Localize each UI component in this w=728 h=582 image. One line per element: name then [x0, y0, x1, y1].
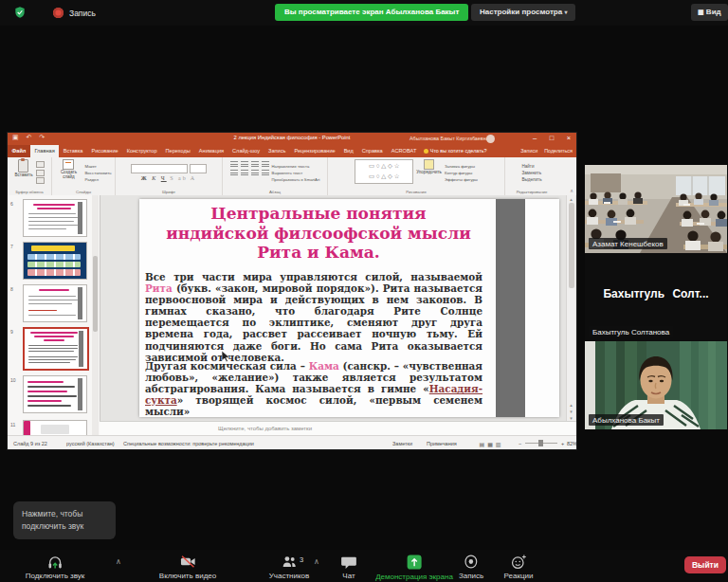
record-button[interactable]: Запись [459, 554, 483, 580]
slide-sorter-icon[interactable]: ▦ [487, 441, 493, 447]
next-slide-icon[interactable]: ▾ [567, 409, 575, 414]
slide-thumbnail-7[interactable] [23, 242, 87, 280]
thumb-number: 6 [10, 201, 13, 207]
replace-button[interactable]: Заменить [521, 171, 541, 175]
view-settings-button[interactable]: Настройки просмотра ▾ [471, 4, 575, 21]
scroll-up-icon[interactable]: ▴ [567, 195, 575, 202]
align-right-icon[interactable] [251, 170, 259, 175]
accessibility-status[interactable]: Специальные возможности: проверьте реком… [123, 441, 254, 446]
font-format-buttons[interactable]: Ж К Ч S ab A [141, 175, 196, 181]
format-painter-icon[interactable] [36, 177, 45, 184]
chat-icon [340, 554, 357, 570]
collapse-ribbon-icon[interactable]: ∧ [570, 188, 573, 193]
notes-pane[interactable]: Щелкните, чтобы добавить заметки [100, 421, 576, 436]
tab-home[interactable]: Главная [30, 145, 59, 157]
zoom-in-icon[interactable]: + [561, 441, 564, 446]
chat-button[interactable]: Чат [340, 554, 357, 580]
tab-insert[interactable]: Вставка [59, 145, 87, 157]
clipboard-mini-buttons[interactable] [36, 159, 45, 186]
copy-icon[interactable] [36, 170, 45, 176]
tab-slideshow[interactable]: Слайд-шоу [228, 145, 264, 157]
tab-file[interactable]: Файл [8, 145, 30, 157]
participant-tile-azamat[interactable]: Азамат Кенешбеков [585, 165, 727, 253]
slide-title[interactable]: Центральные понятия индийской филсоофско… [149, 204, 488, 263]
numbering-icon[interactable] [241, 161, 248, 167]
slide-thumbnail-8[interactable] [23, 284, 87, 322]
tab-animations[interactable]: Анимация [194, 145, 228, 157]
layout-button[interactable]: Макет [84, 164, 111, 169]
reading-view-icon[interactable]: ▥ [496, 441, 501, 447]
minimize-button[interactable]: – [527, 134, 542, 142]
tab-help[interactable]: Справка [357, 145, 387, 157]
comments-toggle[interactable]: Примечания [427, 441, 457, 446]
slide-thumbnail-6[interactable] [23, 199, 87, 237]
tab-review[interactable]: Рецензирование [290, 145, 339, 157]
view-layout-button[interactable]: ▦ Вид [691, 4, 728, 21]
shape-outline-button[interactable]: Контур фигуры [445, 171, 478, 175]
line-spacing-icon[interactable] [262, 161, 269, 167]
tab-record[interactable]: Запись [264, 145, 290, 157]
new-slide-button[interactable]: Создать слайд [55, 159, 82, 186]
align-left-icon[interactable] [230, 170, 238, 175]
indent-icon[interactable] [251, 161, 259, 167]
zoom-level[interactable]: 82% [567, 441, 576, 446]
align-text-button[interactable]: Выровнять текст [272, 171, 320, 175]
thumbnail-scrollbar[interactable] [92, 195, 99, 435]
start-video-button[interactable]: Включить видео [159, 554, 216, 580]
tab-view[interactable]: Вид [339, 145, 357, 157]
shape-effects-button[interactable]: Эффекты фигуры [445, 177, 478, 182]
join-audio-button[interactable]: Подключить звук [26, 554, 85, 580]
normal-view-icon[interactable]: ▤ [480, 441, 485, 447]
paste-button[interactable]: Вставить [14, 159, 32, 186]
account-avatar[interactable] [486, 135, 495, 143]
font-name-input[interactable] [131, 164, 188, 173]
align-center-icon[interactable] [241, 170, 248, 175]
slide-thumbnail-panel[interactable]: 6 7 8 [8, 195, 100, 435]
leave-meeting-button[interactable]: Выйти [684, 556, 726, 573]
zoom-out-icon[interactable]: − [519, 441, 521, 446]
slide-thumbnail-11[interactable] [23, 420, 87, 435]
audio-options-chevron[interactable]: ∧ [116, 557, 121, 566]
smartart-button[interactable]: Преобразовать в SmartArt [272, 177, 320, 182]
tab-acrobat[interactable]: ACROBAT [387, 145, 421, 157]
participant-tile-bakhytgul[interactable]: Бахытгуль Солт... Бахытгуль Солтанова [585, 253, 727, 341]
text-direction-button[interactable]: Направление текста [272, 164, 320, 169]
arrange-button[interactable]: Упорядочить [416, 159, 442, 186]
section-button[interactable]: Раздел [84, 177, 111, 182]
shape-fill-button[interactable]: Заливка фигуры [445, 164, 478, 169]
tab-transitions[interactable]: Переходы [161, 145, 194, 157]
font-size-input[interactable] [190, 164, 207, 173]
notes-toggle[interactable]: Заметки [392, 441, 412, 446]
restore-button[interactable]: □ [544, 134, 559, 142]
zoom-slider-knob[interactable] [538, 440, 543, 446]
prev-slide-icon[interactable]: ▴ [567, 402, 575, 408]
paste-icon [18, 159, 28, 173]
slide-thumbnail-9-selected[interactable] [23, 327, 89, 371]
share-button[interactable]: Поделиться [544, 145, 573, 157]
close-button[interactable]: × [561, 134, 576, 142]
slide-canvas-area: Центральные понятия индийской филсоофско… [100, 195, 576, 421]
slide-vertical-scrollbar[interactable]: ▴ ▴ ▾ ▾ [566, 195, 575, 421]
tell-me-search[interactable]: Что вы хотите сделать? [421, 145, 487, 157]
participant-tile-abylkhanova-active-speaker[interactable]: Абылханова Бакыт [585, 341, 727, 429]
cut-icon[interactable] [36, 161, 45, 168]
sessions-label[interactable]: Записи [520, 145, 537, 157]
slide-canvas[interactable]: Центральные понятия индийской филсоофско… [139, 199, 559, 417]
tab-design[interactable]: Конструктор [122, 145, 161, 157]
tab-draw[interactable]: Рисование [87, 145, 122, 157]
reactions-button[interactable]: Реакции [504, 554, 534, 580]
ppt-title-bar[interactable]: ▣ ↶ ↷ 2 лекция Индийская философия - Pow… [8, 133, 576, 145]
slide-thumbnail-10[interactable] [23, 375, 87, 413]
reset-button[interactable]: Восстановить [84, 171, 111, 175]
slide-paragraph-1[interactable]: Все три части мира управляются силой, на… [145, 271, 482, 363]
slide-paragraph-2[interactable]: Другая космическая сила – Кама (санскр. … [145, 360, 482, 417]
find-button[interactable]: Найти [521, 164, 534, 169]
bullets-icon[interactable] [230, 161, 238, 167]
share-screen-button[interactable]: Демонстрация экрана [375, 554, 453, 581]
participants-options-chevron[interactable]: ∧ [314, 557, 319, 566]
shapes-gallery[interactable]: ▭ ○ △ ◇ ☆ ▭ ○ △ ◇ ☆ [355, 159, 413, 184]
select-button[interactable]: Выделить [521, 177, 541, 182]
justify-icon[interactable] [262, 170, 269, 175]
join-audio-tooltip[interactable]: Нажмите, чтобы подключить звук [13, 501, 116, 539]
language-status[interactable]: русский (Казахстан) [66, 441, 115, 446]
